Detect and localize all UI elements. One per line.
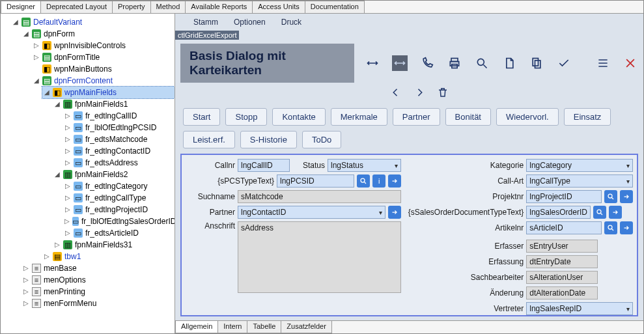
tab-documentation[interactable]: Documentation <box>305 1 365 13</box>
btab-intern[interactable]: Intern <box>217 321 247 333</box>
tree-wpnmainbuttons[interactable]: ◧wpnMainButtons <box>32 63 175 75</box>
tree-f2-2[interactable]: ▷▭fr_edtlngProjectID <box>63 204 175 216</box>
callnr-field[interactable]: lngCallID <box>238 159 290 172</box>
resize-h-dark-icon[interactable] <box>392 55 408 71</box>
print-icon[interactable] <box>447 55 462 71</box>
anschrift-field[interactable]: sAddress <box>238 221 401 293</box>
tree-dpnformcontent[interactable]: ◢▤dpnFormContent <box>32 75 175 87</box>
nav-row <box>175 85 643 105</box>
design-surface: Stamm Optionen Druck ctlGridExcelExport … <box>175 14 643 333</box>
tree-default-variant[interactable]: ◢▤DefaultVariant <box>11 16 175 28</box>
resize-h-icon[interactable] <box>365 55 380 71</box>
salesorder-search-icon[interactable] <box>593 206 606 219</box>
artikelnr-go-icon[interactable] <box>620 221 633 234</box>
btab-tabelle[interactable]: Tabelle <box>247 321 281 333</box>
tab-stopp[interactable]: Stopp <box>225 108 267 126</box>
tree-f1-1[interactable]: ▷▭fr_lblOfEdtlngPCSID <box>63 122 175 133</box>
pcsid-field[interactable]: lngPCSID <box>277 174 354 188</box>
tree-fpnmainfields1[interactable]: ◢▥fpnMainFields1 <box>53 98 175 110</box>
tree-f1-2[interactable]: ▷▭fr_edtsMatchcode <box>63 133 175 145</box>
tree-f2-0[interactable]: ▷▭fr_edtlngCategory <box>63 180 175 192</box>
tree-f2-3[interactable]: ▷▭fr_lblOfEdtlngSalesOrderID <box>63 216 175 227</box>
component-tree[interactable]: ◢▤DefaultVariant ◢▤dpnForm ▷◧wpnInvisibl… <box>1 14 175 333</box>
tab-start[interactable]: Start <box>183 108 220 126</box>
tab-method[interactable]: Method <box>150 1 186 13</box>
tree-f1-4[interactable]: ▷▭fr_edtsAddress <box>63 157 175 169</box>
projektnr-label: Projektnr <box>406 192 524 201</box>
artikelnr-search-icon[interactable] <box>604 221 617 234</box>
tree-fpnmainfields31[interactable]: ▷▥fpnMainFields31 <box>53 239 175 251</box>
menu-druck[interactable]: Druck <box>281 18 301 27</box>
partner-label: Partner <box>186 208 235 217</box>
tree-menprinting[interactable]: ▷≡menPrinting <box>21 286 175 298</box>
tree-fpnmainfields2[interactable]: ◢▥fpnMainFields2 <box>53 169 175 180</box>
tab-deprecated-layout[interactable]: Deprecated Layout <box>40 1 113 13</box>
menu-stamm[interactable]: Stamm <box>193 18 218 27</box>
tree-f1-0[interactable]: ▷▭fr_edtlngCallID <box>63 110 175 122</box>
tab-wiedervorl[interactable]: Wiedervorl. <box>496 108 559 126</box>
pcsid-go-icon[interactable] <box>388 174 401 188</box>
pcsid-info-icon[interactable]: i <box>372 174 385 188</box>
projektnr-field[interactable]: lngProjectID <box>526 190 602 203</box>
copy-icon[interactable] <box>529 55 544 71</box>
back-icon[interactable] <box>390 87 402 100</box>
svg-rect-4 <box>533 59 538 66</box>
vertreter-field[interactable]: lngSalesRepID▾ <box>526 302 633 315</box>
search-icon[interactable] <box>474 55 490 71</box>
tree-menoptions[interactable]: ▷≡menOptions <box>21 274 175 286</box>
tab-access-units[interactable]: Access Units <box>252 1 305 13</box>
tab-property[interactable]: Property <box>112 1 151 13</box>
suchname-field[interactable]: sMatchcode <box>238 190 401 203</box>
suchname-label: Suchname <box>186 192 235 201</box>
projektnr-go-icon[interactable] <box>620 190 633 203</box>
tab-designer[interactable]: Designer <box>1 1 41 13</box>
tree-dpnform[interactable]: ◢▤dpnForm <box>21 28 175 40</box>
tab-kontakte[interactable]: Kontakte <box>272 108 325 126</box>
tree-wpnmainfields[interactable]: ◢◧wpnMainFields <box>42 87 175 98</box>
artikelnr-field[interactable]: sArticleID <box>526 221 602 234</box>
tab-shistorie[interactable]: S-Historie <box>240 131 297 148</box>
tab-einsatz[interactable]: Einsatz <box>564 108 611 126</box>
callart-field[interactable]: lngCallType▾ <box>526 174 633 188</box>
close-icon[interactable] <box>623 55 638 71</box>
trash-icon[interactable] <box>437 87 449 100</box>
document-icon[interactable] <box>501 55 517 71</box>
tree-menformmenu[interactable]: ▷≡menFormMenu <box>21 298 175 309</box>
pcsid-search-icon[interactable] <box>357 174 370 188</box>
tree-f1-3[interactable]: ▷▭fr_edtlngContactID <box>63 145 175 157</box>
kategorie-field[interactable]: lngCategory▾ <box>526 159 633 172</box>
partner-field[interactable]: lngContactID▾ <box>238 206 385 219</box>
aenderung-field: dtAlterationDate <box>526 286 598 299</box>
selection-badge: ctlGridExcelExport <box>175 31 643 40</box>
btab-allgemein[interactable]: Allgemein <box>175 321 218 333</box>
tree-wpninvisible[interactable]: ▷◧wpnInvisibleControls <box>32 40 175 51</box>
tab-leisterf[interactable]: Leist.erf. <box>183 131 235 148</box>
menu-icon[interactable] <box>595 55 611 71</box>
tree-f2-4[interactable]: ▷▭fr_edtsArticleID <box>63 227 175 239</box>
menu-optionen[interactable]: Optionen <box>234 18 266 27</box>
anschrift-label: Anschrift <box>186 221 235 230</box>
salesorder-go-icon[interactable] <box>609 206 622 219</box>
tab-available-reports[interactable]: Available Reports <box>185 1 253 13</box>
tree-dpnformtitle[interactable]: ▷▤dpnFormTitle <box>32 51 175 63</box>
partner-go-icon[interactable] <box>388 206 401 219</box>
pcstype-label: {sPCSTypeText} <box>186 176 274 186</box>
tree-f2-1[interactable]: ▷▭fr_edtlngCallType <box>63 192 175 204</box>
status-field[interactable]: lngStatus▾ <box>328 159 401 172</box>
btab-zusatzfelder[interactable]: Zusatzfelder <box>281 321 332 333</box>
check-icon[interactable] <box>556 55 572 71</box>
tab-merkmale[interactable]: Merkmale <box>331 108 387 126</box>
forward-icon[interactable] <box>413 87 425 100</box>
tab-partner[interactable]: Partner <box>393 108 440 126</box>
projektnr-search-icon[interactable] <box>604 190 617 203</box>
tree-menbase[interactable]: ▷≡menBase <box>21 262 175 274</box>
tree-tbw1[interactable]: ▷▤tbw1 <box>42 251 175 262</box>
phone-icon[interactable] <box>419 55 435 71</box>
aenderung-label: Änderung <box>406 288 524 298</box>
svg-point-3 <box>477 59 484 65</box>
fields-col-left: Callnr lngCallID Status lngStatus▾ {sPCS… <box>186 159 401 311</box>
main-fields-card: Callnr lngCallID Status lngStatus▾ {sPCS… <box>180 154 638 316</box>
tab-todo[interactable]: ToDo <box>302 131 341 148</box>
salesorder-field[interactable]: lngSalesOrderID <box>526 206 591 219</box>
tab-bonitaet[interactable]: Bonität <box>445 108 491 126</box>
